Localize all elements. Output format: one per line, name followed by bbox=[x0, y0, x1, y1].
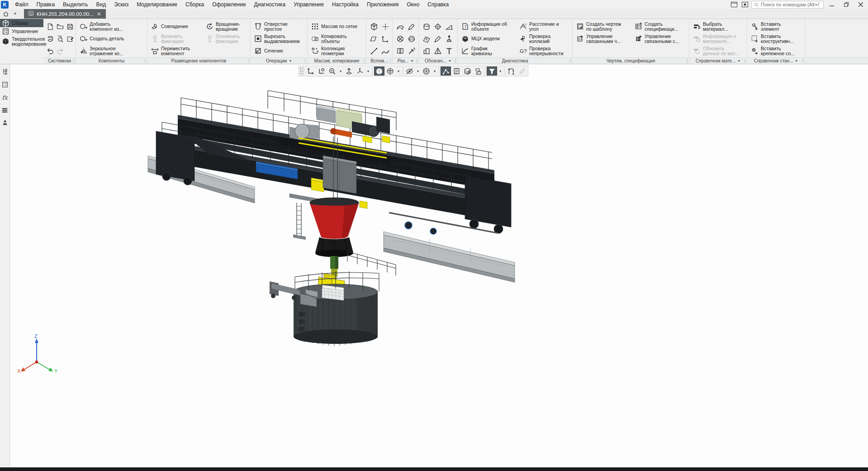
undo-icon[interactable] bbox=[46, 47, 55, 56]
group-grip[interactable] bbox=[455, 59, 456, 63]
notation-pen-check-icon[interactable] bbox=[434, 35, 442, 43]
tab-close-icon[interactable]: ✕ bbox=[96, 11, 102, 17]
group-grip[interactable] bbox=[73, 59, 75, 63]
auxiliary-plane2-icon[interactable] bbox=[370, 35, 378, 43]
manage-linked-drawings-button[interactable]: Управление связанными ч... bbox=[574, 33, 632, 45]
print-icon[interactable] bbox=[46, 34, 55, 43]
move-component-button[interactable]: Переместить компонент bbox=[149, 45, 204, 57]
auxiliary-point-icon[interactable] bbox=[381, 23, 389, 31]
restore-button[interactable] bbox=[840, 0, 853, 9]
collision-check-button[interactable]: Проверка коллизий bbox=[517, 33, 565, 45]
search-input[interactable] bbox=[761, 2, 820, 7]
group-dropdown-icon[interactable]: ▼ bbox=[410, 59, 413, 62]
menu-diagnostics[interactable]: Диагностика bbox=[250, 0, 290, 9]
notation-sphere-axis-icon[interactable] bbox=[434, 23, 442, 31]
notation-cylinder-icon[interactable] bbox=[422, 23, 431, 31]
mass-properties-button[interactable]: МЦХ модели bbox=[460, 33, 517, 45]
group-dropdown-icon[interactable]: ▼ bbox=[737, 59, 740, 62]
group-grip[interactable] bbox=[304, 59, 306, 63]
design-tree-icon[interactable] bbox=[1, 68, 9, 76]
user-icon[interactable] bbox=[1, 119, 9, 127]
minimize-button[interactable] bbox=[825, 0, 838, 9]
layers-icon[interactable] bbox=[1, 106, 9, 114]
insert-constructive-button[interactable]: Вставить конструктивн... bbox=[749, 33, 797, 45]
model-viewport[interactable]: ▼ ▼ ▼ ▼ ▼ ▼ bbox=[10, 64, 868, 467]
open-icon[interactable] bbox=[56, 22, 65, 31]
menu-sketch[interactable]: Эскиз bbox=[110, 0, 133, 9]
coincide-button[interactable]: Совпадение bbox=[149, 20, 204, 33]
notation-plane-angle-icon[interactable] bbox=[445, 23, 453, 31]
add-component-button[interactable]: Добавить компонент из... bbox=[78, 20, 126, 33]
group-grip[interactable] bbox=[802, 59, 804, 63]
screen-settings-icon[interactable] bbox=[740, 1, 749, 8]
command-search[interactable] bbox=[751, 1, 824, 9]
menu-settings[interactable]: Настройка bbox=[328, 0, 363, 9]
electrical-cabinet[interactable] bbox=[323, 156, 356, 194]
group-grip[interactable] bbox=[247, 59, 249, 63]
print-preview-icon[interactable] bbox=[56, 34, 65, 43]
crane-assembly-model[interactable]: Z X Y bbox=[10, 64, 868, 467]
dimension-ball-icon[interactable] bbox=[408, 35, 416, 43]
group-grip[interactable] bbox=[363, 59, 365, 63]
dimension-radial-icon[interactable] bbox=[396, 35, 404, 43]
group-grip[interactable] bbox=[389, 59, 391, 63]
notation-building-icon[interactable] bbox=[422, 47, 431, 55]
close-button[interactable] bbox=[854, 0, 867, 9]
simple-hole-button[interactable]: Отверстие простое bbox=[252, 20, 301, 33]
manage-linked-specs-button[interactable]: Управление связанными с... bbox=[633, 33, 681, 45]
group-dropdown-icon[interactable]: ▼ bbox=[448, 59, 451, 62]
workspace-management[interactable]: Управление bbox=[0, 27, 43, 35]
group-grip[interactable] bbox=[569, 59, 571, 63]
mirror-component-button[interactable]: Зеркальное отражение ко... bbox=[78, 45, 126, 57]
notation-pyramid-icon[interactable] bbox=[434, 47, 442, 55]
create-part-button[interactable]: Создать деталь bbox=[78, 33, 126, 45]
dimension-arrow-icon[interactable] bbox=[408, 47, 416, 55]
menu-file[interactable]: Файл bbox=[11, 0, 33, 9]
distance-angle-button[interactable]: Расстояние и угол bbox=[517, 20, 565, 33]
section-button[interactable]: Сечение bbox=[252, 45, 301, 57]
group-dropdown-icon[interactable]: ▼ bbox=[795, 59, 798, 62]
menu-assembly[interactable]: Сборка bbox=[181, 0, 208, 9]
dimension-surface-icon[interactable] bbox=[396, 23, 404, 31]
menu-view[interactable]: Вид bbox=[92, 0, 110, 9]
rotation-rotation-button[interactable]: Вращение- вращение bbox=[204, 20, 242, 33]
menu-layout[interactable]: Оформление bbox=[208, 0, 250, 9]
menu-modeling[interactable]: Моделирование bbox=[133, 0, 181, 9]
drum-cabin[interactable] bbox=[294, 284, 378, 346]
menu-help[interactable]: Справка bbox=[423, 0, 453, 9]
group-grip[interactable] bbox=[686, 59, 688, 63]
insert-fastener-button[interactable]: Вставить крепежное со... bbox=[749, 45, 797, 57]
group-dropdown-icon[interactable]: ▼ bbox=[289, 59, 292, 62]
curvature-graph-button[interactable]: График кривизны bbox=[460, 45, 517, 57]
new-document-icon[interactable] bbox=[46, 22, 55, 31]
runway-beam-right[interactable] bbox=[384, 232, 515, 282]
create-drawing-button[interactable]: Создать чертеж по шаблону bbox=[574, 20, 632, 33]
auxiliary-spline-icon[interactable] bbox=[381, 47, 389, 55]
notation-text-icon[interactable] bbox=[445, 47, 453, 55]
choose-material-button[interactable]: Выбрать материал... bbox=[691, 20, 741, 33]
group-grip[interactable] bbox=[144, 59, 146, 63]
group-grip[interactable] bbox=[416, 59, 417, 63]
auxiliary-plane-icon[interactable] bbox=[370, 23, 378, 31]
notation-surface-e-icon[interactable] bbox=[422, 35, 431, 43]
menu-select[interactable]: Выделить bbox=[59, 0, 92, 9]
notation-stamp-icon[interactable] bbox=[445, 35, 453, 43]
windows-layout-icon[interactable] bbox=[730, 1, 739, 8]
auxiliary-axis-icon[interactable] bbox=[370, 47, 378, 55]
group-grip[interactable] bbox=[744, 59, 746, 63]
dimension-sphere-icon[interactable] bbox=[408, 23, 416, 31]
geometry-collection-button[interactable]: Коллекция геометрии bbox=[309, 45, 359, 57]
insert-element-button[interactable]: Вставить элемент bbox=[749, 20, 797, 33]
variables-icon[interactable]: fx bbox=[1, 93, 9, 101]
home-dropdown-icon[interactable]: ▼ bbox=[12, 9, 19, 19]
home-icon[interactable] bbox=[0, 9, 12, 19]
parameters-icon[interactable] bbox=[1, 81, 9, 89]
menu-applications[interactable]: Приложения bbox=[363, 0, 403, 9]
red-cone-column[interactable] bbox=[310, 198, 359, 257]
save-icon[interactable] bbox=[66, 22, 75, 31]
grid-array-button[interactable]: Массив по сетке bbox=[309, 20, 359, 33]
menu-window[interactable]: Окно bbox=[403, 0, 423, 9]
dimension-book-icon[interactable] bbox=[396, 47, 404, 55]
menu-management[interactable]: Управление bbox=[289, 0, 328, 9]
workspace-solid-modeling[interactable]: Твердотельное моделирование bbox=[0, 35, 43, 48]
